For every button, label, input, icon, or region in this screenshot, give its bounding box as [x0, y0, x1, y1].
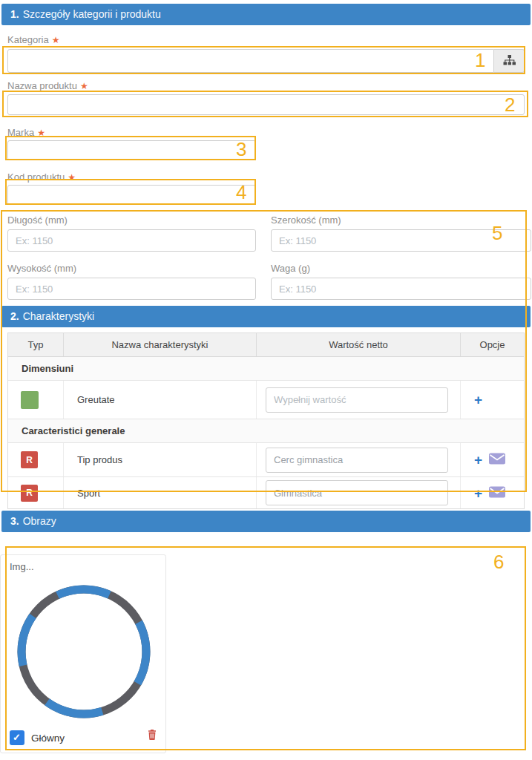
section-number: 2. [10, 310, 19, 322]
sitemap-icon [503, 55, 516, 68]
required-star-icon: ★ [80, 81, 88, 91]
green-square-type-icon [21, 391, 39, 409]
table-header-row: Typ Nazwa charakterystyki Wartość netto … [8, 333, 524, 357]
required-type-badge: R [21, 451, 38, 468]
section-number: 1. [10, 8, 19, 20]
images-area: Img... Główny [0, 532, 532, 760]
column-header-nazwa: Nazwa charakterystyki [64, 333, 257, 356]
column-header-typ: Typ [8, 333, 64, 356]
section-title: Szczegóły kategorii i produktu [23, 8, 161, 20]
category-tree-button[interactable] [494, 49, 525, 73]
image-card: Img... Główny [0, 554, 166, 753]
kod-produktu-input[interactable] [7, 185, 256, 205]
marka-input[interactable] [7, 140, 256, 160]
dlugosc-label: Długość (mm) [7, 214, 256, 226]
envelope-icon[interactable] [489, 486, 505, 500]
dimensions-grid: Długość (mm) Szerokość (mm) Wysokość (mm… [7, 214, 531, 300]
delete-image-button[interactable] [148, 730, 157, 742]
primary-image-checkbox[interactable] [10, 730, 24, 745]
kategoria-input[interactable] [7, 49, 494, 73]
nazwa-produktu-label: Nazwa produktu★ [7, 80, 525, 92]
required-type-badge: R [21, 485, 38, 502]
tip-produs-value-input[interactable] [266, 448, 448, 473]
marka-label: Marka★ [7, 127, 525, 139]
primary-image-control: Główny [10, 730, 65, 745]
required-star-icon: ★ [68, 172, 76, 183]
column-header-wartosc: Wartość netto [257, 333, 461, 356]
plus-icon[interactable]: + [474, 486, 482, 500]
kod-produktu-label: Kod produktu★ [7, 171, 525, 183]
nazwa-produktu-input[interactable] [7, 94, 525, 115]
section-header-characteristics: 2.Charakterystyki [1, 306, 531, 327]
kategoria-input-group [7, 49, 525, 73]
greutate-value-input[interactable] [266, 387, 448, 413]
waga-input[interactable] [271, 278, 531, 300]
envelope-icon[interactable] [489, 453, 505, 467]
szerokosc-label: Szerokość (mm) [271, 214, 531, 226]
wysokosc-field: Wysokość (mm) [7, 263, 256, 300]
section-number: 3. [10, 515, 19, 527]
szerokosc-input[interactable] [271, 229, 531, 252]
section-title: Obrazy [23, 515, 56, 527]
plus-icon[interactable]: + [474, 453, 482, 467]
image-filename: Img... [10, 561, 34, 572]
table-row: Greutate + [8, 381, 524, 419]
section-title: Charakterystyki [23, 310, 94, 322]
characteristic-name: Greutate [64, 381, 257, 419]
dlugosc-field: Długość (mm) [7, 214, 256, 252]
waga-field: Waga (g) [271, 263, 531, 300]
wysokosc-label: Wysokość (mm) [7, 263, 256, 275]
waga-label: Waga (g) [271, 263, 531, 275]
column-header-opcje: Opcje [461, 333, 524, 356]
table-row: R Sport + [8, 477, 524, 508]
sport-value-input[interactable] [266, 480, 448, 505]
plus-icon[interactable]: + [474, 393, 482, 407]
required-star-icon: ★ [52, 35, 60, 45]
section-header-details: 1.Szczegóły kategorii i produktu [1, 4, 531, 25]
szerokosc-field: Szerokość (mm) [271, 214, 531, 252]
product-image-hula-hoop [13, 583, 155, 728]
characteristic-name: Tip produs [64, 443, 257, 476]
characteristics-table: Typ Nazwa charakterystyki Wartość netto … [7, 332, 525, 509]
section-header-images: 3.Obrazy [1, 511, 531, 532]
trash-icon [148, 731, 157, 742]
table-row: R Tip produs + [8, 443, 524, 477]
characteristic-name: Sport [64, 477, 257, 508]
primary-image-label: Główny [31, 733, 65, 744]
dlugosc-input[interactable] [7, 229, 256, 252]
kategoria-label: Kategoria★ [7, 34, 525, 46]
wysokosc-input[interactable] [7, 278, 256, 300]
required-star-icon: ★ [37, 128, 45, 138]
group-header-caracteristici: Caracteristici generale [8, 419, 524, 442]
group-header-dimensiuni: Dimensiuni [8, 357, 524, 380]
